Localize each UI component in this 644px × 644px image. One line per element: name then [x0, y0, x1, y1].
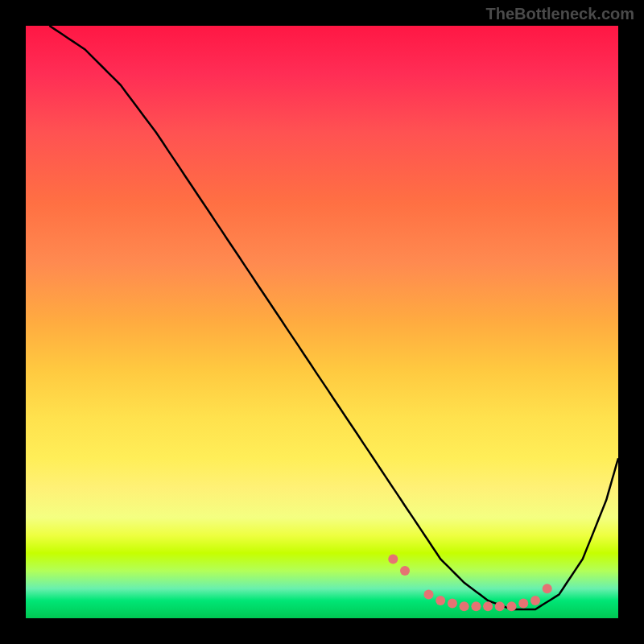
bottleneck-curve — [49, 26, 618, 609]
data-marker — [448, 599, 457, 609]
data-marker — [460, 601, 469, 611]
data-markers — [388, 554, 551, 611]
data-marker — [471, 601, 481, 611]
data-marker — [483, 601, 493, 611]
chart-svg — [26, 26, 618, 618]
data-marker — [518, 599, 528, 609]
data-marker — [495, 601, 505, 611]
watermark-text: TheBottleneck.com — [486, 5, 634, 23]
plot-area — [26, 26, 618, 618]
data-marker — [507, 601, 517, 611]
data-marker — [400, 566, 410, 576]
data-marker — [436, 596, 445, 605]
data-marker — [543, 584, 552, 593]
data-marker — [388, 554, 398, 564]
data-marker — [424, 590, 434, 600]
data-marker — [530, 596, 540, 605]
